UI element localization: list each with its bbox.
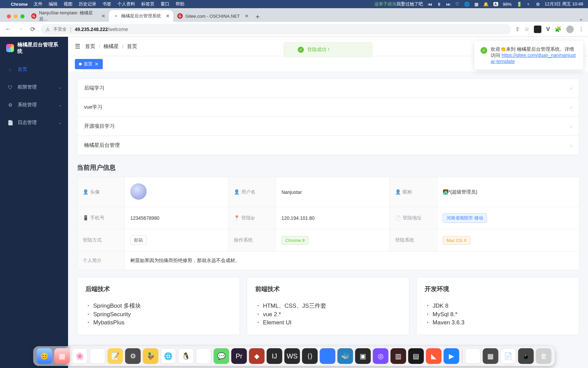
- battery-percent[interactable]: 98%: [503, 2, 512, 7]
- sidebar-item-home[interactable]: ⌂ 首页: [0, 61, 68, 78]
- breadcrumb-sep: /: [99, 44, 100, 49]
- cell-label: 登陆ip: [241, 215, 255, 220]
- prev-track-icon[interactable]: ⏮: [428, 2, 432, 7]
- pause-icon[interactable]: ⏸: [437, 2, 441, 7]
- tab-title: Gitee.com - OSCHINA.NET: [185, 14, 240, 19]
- dock-intellij-icon[interactable]: IJ: [267, 348, 282, 364]
- sidebar-item-logs[interactable]: 📄 日志管理 ⌄: [0, 114, 68, 132]
- nav-forward-button[interactable]: →: [16, 26, 24, 33]
- globe-icon[interactable]: 🌐: [464, 2, 470, 7]
- dock-launchpad-icon[interactable]: ▦: [54, 348, 70, 364]
- dock-app-icon[interactable]: ▶: [444, 348, 459, 364]
- avatar[interactable]: [130, 183, 147, 200]
- breadcrumb-item[interactable]: 首页: [85, 43, 95, 50]
- card-frontend: 前端技术 HTML、CSS、JS三件套 vue 2.* Element UI: [247, 277, 410, 335]
- tab-overflow-button[interactable]: ⌄: [574, 15, 588, 22]
- table-row: 个人简介 树苗如果因为怕痛而拒绝修剪，那就永远不会成材。: [77, 251, 579, 270]
- dock-terminal-icon[interactable]: ▣: [355, 348, 371, 364]
- sidebar-item-system[interactable]: ⚙ 系统管理 ⌄: [0, 96, 68, 114]
- battery-icon[interactable]: 🔋: [517, 2, 522, 7]
- main-scroll[interactable]: 后端学习 › vue学习 › 开源项目学习 › 楠橘星后台管理 ›: [68, 72, 588, 368]
- control-center-icon[interactable]: ⚙: [536, 2, 540, 7]
- vue-devtools-icon[interactable]: V: [546, 26, 550, 32]
- dock-vscode-icon[interactable]: ⟨⟩: [302, 348, 318, 364]
- heart-icon[interactable]: ♡: [455, 2, 459, 7]
- tab-close-icon[interactable]: ✕: [166, 13, 170, 19]
- menu-help[interactable]: 帮助: [176, 1, 184, 7]
- dock-app-icon[interactable]: ◆: [249, 348, 265, 364]
- notify-link[interactable]: https://gitee.com/duan_nan/nanjustar-tem…: [491, 52, 576, 64]
- dock-webstorm-icon[interactable]: WS: [284, 348, 300, 364]
- bookmark-star-icon[interactable]: ☆: [524, 26, 529, 32]
- extensions-puzzle-icon[interactable]: 🧩: [555, 26, 561, 32]
- menu-file[interactable]: 文件: [34, 1, 43, 7]
- dock-qq-icon[interactable]: 🐧: [178, 348, 194, 364]
- dock-app-icon[interactable]: 🦆: [143, 348, 159, 364]
- accordion-item[interactable]: vue学习 ›: [77, 98, 579, 117]
- omnibox[interactable]: ⚠ 不安全 | 49.235.248.222/welcome: [41, 24, 511, 34]
- wifi-icon[interactable]: ᯤ: [527, 2, 531, 7]
- dock-finder-icon[interactable]: 😊: [37, 348, 52, 364]
- browser-tab[interactable]: G Gitee.com - OSCHINA.NET ✕: [173, 10, 252, 22]
- dock-app-icon[interactable]: ◣: [426, 348, 442, 364]
- notification-icon[interactable]: 🔔: [483, 2, 489, 7]
- accordion-item[interactable]: 开源项目学习 ›: [77, 117, 579, 136]
- dock-settings-icon[interactable]: ⚙: [125, 348, 141, 364]
- nav-reload-button[interactable]: ⟳: [29, 26, 37, 33]
- sidebar-item-permission[interactable]: 🛡 权限管理 ⌄: [0, 78, 68, 96]
- dock-iterm-icon[interactable]: ▤: [408, 348, 424, 364]
- dock-wechat-icon[interactable]: 💬: [214, 348, 229, 364]
- share-icon[interactable]: ⇪: [515, 26, 520, 32]
- dock-notes-icon[interactable]: 📝: [108, 348, 123, 364]
- menu-bookmarks[interactable]: 书签: [102, 1, 111, 7]
- next-track-icon[interactable]: ⏭: [446, 2, 451, 7]
- tab-close-icon[interactable]: ✕: [245, 13, 249, 19]
- dock-app-icon[interactable]: 📱: [518, 348, 534, 364]
- accordion-item[interactable]: 后端学习 ›: [77, 79, 579, 98]
- browser-tab-active[interactable]: ✦ 楠橘星后台管理系统 ✕: [109, 10, 173, 22]
- welcome-notification[interactable]: ✓ 欢迎👏来到 楠橘星后台管理系统。详情访问 https://gitee.com…: [474, 41, 583, 70]
- chrome-profile-avatar[interactable]: [566, 26, 574, 33]
- browser-tab[interactable]: G NanjuStar-template: 楠橘星后… ✕: [27, 10, 109, 22]
- extension-icon[interactable]: [534, 26, 541, 33]
- screenshot-icon[interactable]: ▦: [474, 2, 478, 7]
- tag-close-icon[interactable]: ✕: [95, 61, 99, 67]
- page-tag[interactable]: 首页 ✕: [75, 59, 103, 69]
- menubar-clock[interactable]: 12月3日 周五 10:48: [545, 1, 583, 7]
- dock-typora-icon[interactable]: T: [196, 348, 212, 364]
- dock-wps-icon[interactable]: W: [465, 348, 481, 364]
- input-method-icon[interactable]: A: [493, 2, 498, 6]
- nav-back-button[interactable]: ←: [4, 26, 12, 33]
- dock-app-icon[interactable]: ◎: [373, 348, 389, 364]
- window-zoom-button[interactable]: [20, 14, 24, 18]
- tab-close-icon[interactable]: ✕: [101, 13, 105, 19]
- dock-trash-icon[interactable]: 🗑: [536, 348, 552, 364]
- dock-app-icon[interactable]: 🌀: [320, 348, 336, 364]
- window-close-button[interactable]: [7, 14, 11, 18]
- menu-profile[interactable]: 个人资料: [117, 1, 135, 7]
- window-minimize-button[interactable]: [14, 14, 18, 18]
- breadcrumb-item[interactable]: 首页: [127, 43, 137, 50]
- dock-photos-icon[interactable]: 🌸: [72, 348, 88, 364]
- collapse-sidebar-button[interactable]: ☰: [75, 43, 80, 50]
- breadcrumb-item[interactable]: 楠橘星: [103, 43, 119, 50]
- dock-calendar-icon[interactable]: 3: [90, 348, 105, 364]
- dock-chrome-icon[interactable]: 🌐: [161, 348, 176, 364]
- new-tab-button[interactable]: ＋: [252, 11, 263, 22]
- menu-history[interactable]: 历史记录: [79, 1, 96, 7]
- menu-view[interactable]: 视图: [64, 1, 72, 7]
- chrome-menu-icon[interactable]: ⋮: [578, 26, 584, 32]
- menubar-app-name[interactable]: Chrome: [11, 2, 28, 7]
- accordion-item[interactable]: 楠橘星后台管理 ›: [77, 136, 579, 155]
- macos-menubar: Chrome 文件 编辑 视图 历史记录 书签 个人资料 标签页 窗口 帮助 这…: [0, 0, 588, 8]
- dock-premiere-icon[interactable]: Pr: [231, 348, 247, 364]
- dock-app-icon[interactable]: 📄: [501, 348, 516, 364]
- brand[interactable]: 楠橘星后台管理系统: [0, 42, 68, 61]
- dock-docker-icon[interactable]: 🐳: [338, 348, 353, 364]
- cell-label: 昵称: [403, 189, 412, 195]
- menu-tabs[interactable]: 标签页: [141, 1, 154, 7]
- menu-window[interactable]: 窗口: [161, 1, 169, 7]
- menu-edit[interactable]: 编辑: [49, 1, 58, 7]
- dock-app-icon[interactable]: ▦: [483, 348, 499, 364]
- dock-app-icon[interactable]: ▥: [391, 348, 406, 364]
